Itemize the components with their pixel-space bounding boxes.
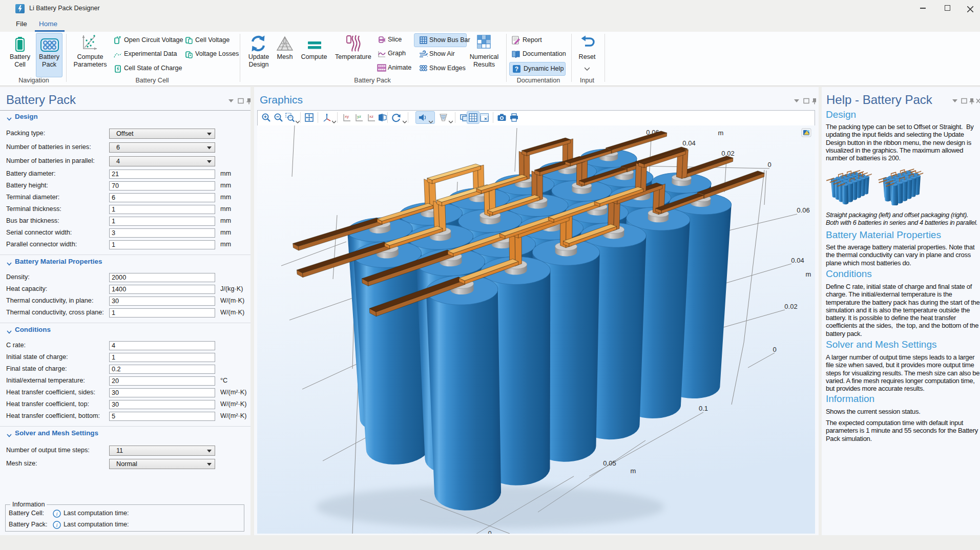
- svg-text:0.02: 0.02: [784, 303, 797, 310]
- svg-text:0: 0: [773, 346, 776, 353]
- svg-text:0: 0: [488, 530, 491, 534]
- svg-text:0: 0: [767, 161, 771, 168]
- svg-text:m: m: [631, 467, 636, 475]
- svg-text:i: i: [56, 511, 57, 517]
- svg-text:yz: yz: [357, 114, 361, 119]
- svg-text:0.05: 0.05: [603, 459, 616, 467]
- svg-text:m: m: [806, 270, 811, 278]
- svg-text:0.06: 0.06: [797, 206, 809, 214]
- svg-text:m: m: [718, 129, 724, 137]
- svg-text:?: ?: [515, 66, 518, 73]
- svg-text:xz: xz: [369, 114, 373, 119]
- svg-text:0.1: 0.1: [699, 405, 708, 412]
- svg-text:xy: xy: [345, 114, 349, 119]
- svg-text:0.02: 0.02: [721, 150, 734, 157]
- svg-text:0.04: 0.04: [791, 257, 804, 264]
- svg-text:i: i: [56, 522, 57, 528]
- svg-text:0.04: 0.04: [682, 139, 695, 147]
